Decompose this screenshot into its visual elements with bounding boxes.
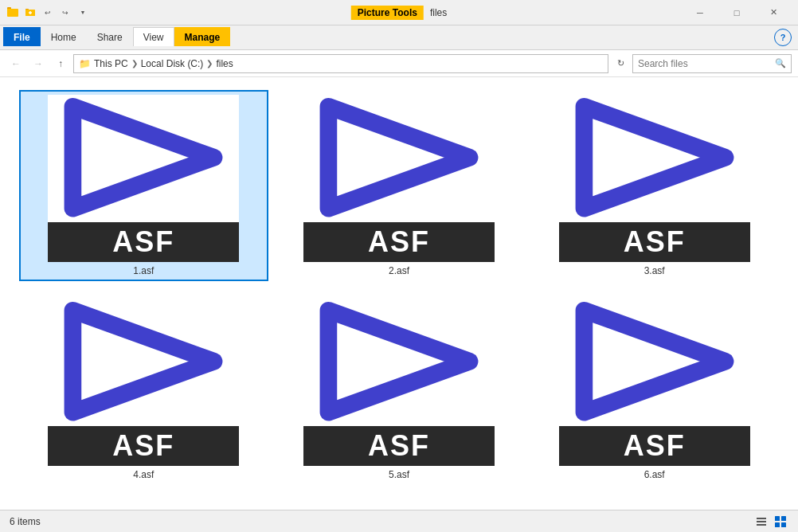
file-thumbnail: ASF: [559, 95, 750, 262]
title-bar: ↩ ↪ ▼ Picture Tools files ─ □ ✕: [0, 0, 798, 25]
tab-manage[interactable]: Manage: [174, 27, 231, 46]
up-btn[interactable]: ↑: [51, 54, 70, 73]
svg-rect-1: [7, 9, 18, 17]
view-controls: [753, 514, 788, 530]
tab-view[interactable]: View: [133, 27, 174, 46]
details-view-btn[interactable]: [753, 514, 769, 530]
address-bar: ← → ↑ 📁 This PC ❯ Local Disk (C:) ❯ file…: [0, 50, 798, 77]
new-folder-btn[interactable]: [22, 5, 38, 21]
picture-tools-label: Picture Tools: [351, 6, 424, 20]
back-btn[interactable]: ←: [6, 54, 25, 73]
asf-label: ASF: [303, 426, 495, 466]
file-name: 6.asf: [644, 469, 665, 480]
ribbon: File Home Share View Manage ?: [0, 25, 798, 50]
svg-rect-22: [781, 516, 786, 521]
asf-icon: ASF: [559, 95, 750, 262]
asf-icon: ASF: [303, 95, 495, 262]
main-content: ASF 1.asf ASF 2.asf: [0, 77, 798, 495]
file-item-6[interactable]: ASF 6.asf: [530, 294, 779, 485]
refresh-btn[interactable]: ↻: [612, 55, 629, 72]
window-title: files: [430, 7, 447, 18]
tab-share[interactable]: Share: [87, 27, 133, 46]
file-item-4[interactable]: ASF 4.asf: [19, 294, 268, 485]
ribbon-bar: [0, 46, 798, 49]
status-bar: 6 items: [0, 510, 798, 532]
undo-btn[interactable]: ↩: [40, 5, 56, 21]
file-thumbnail: ASF: [303, 299, 495, 466]
asf-icon: ASF: [559, 299, 750, 466]
asf-label: ASF: [48, 426, 239, 466]
path-sep-2: ❯: [206, 59, 213, 68]
close-btn[interactable]: ✕: [755, 0, 792, 25]
large-icons-view-btn[interactable]: [773, 514, 788, 530]
path-local-disk: Local Disk (C:): [141, 58, 204, 69]
file-thumbnail: ASF: [48, 299, 239, 466]
dropdown-btn[interactable]: ▼: [75, 5, 91, 21]
file-thumbnail: ASF: [303, 95, 495, 262]
file-name: 3.asf: [644, 265, 665, 276]
asf-label: ASF: [559, 222, 750, 262]
quick-access-toolbar: ↩ ↪ ▼: [22, 5, 91, 21]
path-folder-icon: 📁: [79, 58, 91, 69]
file-thumbnail: ASF: [48, 95, 239, 262]
asf-icon: ASF: [48, 299, 239, 466]
asf-icon: ASF: [48, 95, 239, 262]
asf-label: ASF: [48, 222, 239, 262]
title-center: Picture Tools files: [351, 6, 447, 20]
file-name: 4.asf: [133, 469, 154, 480]
forward-btn[interactable]: →: [29, 54, 48, 73]
file-thumbnail: ASF: [559, 299, 750, 466]
path-files: files: [216, 58, 233, 69]
file-name: 2.asf: [389, 265, 409, 276]
path-this-pc: This PC: [94, 58, 128, 69]
file-item-3[interactable]: ASF 3.asf: [530, 90, 779, 281]
svg-rect-20: [757, 524, 766, 526]
minimize-btn[interactable]: ─: [682, 0, 718, 25]
tab-file[interactable]: File: [3, 27, 41, 46]
svg-rect-21: [775, 516, 780, 521]
file-grid: ASF 1.asf ASF 2.asf: [13, 84, 785, 491]
search-input[interactable]: [638, 58, 775, 69]
title-bar-icons: ↩ ↪ ▼: [6, 5, 91, 21]
folder-icon: [6, 6, 19, 19]
search-icon[interactable]: 🔍: [775, 58, 786, 68]
redo-btn[interactable]: ↪: [57, 5, 73, 21]
window-controls: ─ □ ✕: [682, 0, 792, 25]
search-box[interactable]: 🔍: [632, 54, 792, 73]
svg-rect-18: [757, 518, 766, 519]
address-path[interactable]: 📁 This PC ❯ Local Disk (C:) ❯ files: [73, 54, 608, 73]
maximize-btn[interactable]: □: [718, 0, 755, 25]
file-name: 5.asf: [389, 469, 409, 480]
asf-label: ASF: [559, 426, 750, 466]
file-item-1[interactable]: ASF 1.asf: [19, 90, 268, 281]
svg-rect-23: [775, 522, 780, 527]
asf-label: ASF: [303, 222, 495, 262]
ribbon-help: ?: [774, 29, 795, 46]
item-count: 6 items: [10, 516, 41, 527]
svg-rect-19: [757, 521, 766, 522]
ribbon-tabs: File Home Share View Manage ?: [0, 25, 798, 46]
help-btn[interactable]: ?: [774, 29, 792, 46]
file-name: 1.asf: [133, 265, 154, 276]
tab-home[interactable]: Home: [41, 27, 87, 46]
file-item-2[interactable]: ASF 2.asf: [275, 90, 524, 281]
asf-icon: ASF: [303, 299, 495, 466]
file-item-5[interactable]: ASF 5.asf: [275, 294, 524, 485]
svg-rect-24: [781, 522, 786, 527]
path-sep-1: ❯: [131, 59, 138, 68]
